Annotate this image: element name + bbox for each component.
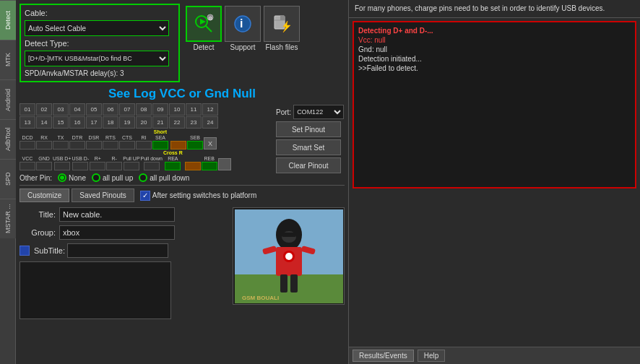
form-area: Title: Group: SubTitle: [20, 207, 225, 319]
sw-ind-dcd[interactable] [20, 141, 35, 150]
pin-15[interactable]: 15 [53, 116, 69, 129]
pin-01[interactable]: 01 [20, 103, 35, 116]
group-input[interactable] [59, 225, 175, 240]
sw-label-reb: REB [204, 156, 215, 161]
info-text: For many phones, charge pins need to be … [349, 0, 640, 18]
pin-16[interactable]: 16 [69, 116, 85, 129]
radio-pullup[interactable]: all pull up [92, 173, 133, 182]
sw-ind-rx[interactable] [36, 141, 52, 150]
cable-controls-block: Cable: Auto Select Cable Detect Type: [D… [20, 4, 180, 82]
sw-label-seb: SEB [190, 135, 200, 140]
detect-type-select[interactable]: [D+/D-]MTK USB&Mstar(Do find BC [25, 51, 169, 66]
x-button-2[interactable] [218, 158, 231, 170]
results-events-tab[interactable]: Results/Events [353, 350, 414, 362]
sw-ind-dsr[interactable] [86, 141, 102, 150]
set-pinout-button[interactable]: Set Pinout [276, 121, 341, 137]
sw-label-pullup: Pull UP [123, 156, 139, 161]
sw-ind-seb[interactable] [187, 141, 203, 150]
pin-02[interactable]: 02 [36, 103, 52, 116]
sw-ind-mid1[interactable] [170, 141, 186, 150]
smart-set-button[interactable]: Smart Set [276, 139, 341, 155]
cable-select[interactable]: Auto Select Cable [25, 20, 169, 36]
support-button[interactable]: i Support [225, 6, 261, 51]
sidebar-tab-mtk[interactable]: MTK [0, 40, 16, 79]
pin-03[interactable]: 03 [53, 103, 69, 116]
pin-19[interactable]: 19 [119, 116, 135, 129]
sw-ind-gnd[interactable] [36, 162, 52, 170]
pin-12[interactable]: 12 [202, 103, 218, 116]
sw-ind-mid2[interactable] [185, 162, 201, 170]
sidebar-tab-mstar[interactable]: MSTAR ... [0, 199, 16, 238]
pin-23[interactable]: 23 [186, 116, 202, 129]
pin-22[interactable]: 22 [169, 116, 185, 129]
sw-label-rea: REA [168, 156, 178, 161]
cable-label: Cable: [25, 9, 48, 17]
support-label: Support [230, 43, 255, 51]
pin-07[interactable]: 07 [119, 103, 135, 116]
x-button-1[interactable]: X [204, 137, 217, 150]
pin-06[interactable]: 06 [103, 103, 118, 116]
help-tab[interactable]: Help [418, 350, 446, 362]
flash-files-button[interactable]: Flash files [264, 6, 300, 51]
left-sidebar: Detect MTK Android AdbTool SPD MSTAR ... [0, 0, 16, 364]
sidebar-tab-detect[interactable]: Detect [0, 0, 16, 40]
sw-ind-rea[interactable] [165, 162, 181, 170]
sw-ind-reb[interactable] [202, 162, 217, 170]
svg-rect-8 [280, 16, 285, 20]
svg-point-16 [285, 253, 293, 260]
pin-17[interactable]: 17 [86, 116, 102, 129]
after-setting-label: After setting switches to platform [152, 191, 257, 199]
after-setting-checkbox[interactable]: ✓ [140, 191, 150, 201]
subtitle-checkbox[interactable] [20, 246, 30, 256]
flash-files-label: Flash files [265, 43, 298, 51]
detect-type-label: Detect Type: [25, 39, 69, 48]
subtitle-input[interactable] [67, 243, 168, 258]
sw-ind-rminus[interactable] [106, 162, 122, 170]
sw-ind-sea[interactable] [152, 141, 168, 150]
radio-pulldown[interactable]: all pull down [139, 173, 189, 182]
sw-ind-rts[interactable] [103, 141, 118, 150]
radio-none[interactable]: None [58, 173, 86, 182]
pin-13[interactable]: 13 [20, 116, 35, 129]
log-line-2: Vcc: null [358, 36, 631, 44]
clear-pinout-button[interactable]: Clear Pinout [276, 157, 341, 173]
customize-tab[interactable]: Customize [20, 188, 69, 202]
port-label: Port: [276, 108, 291, 116]
subtitle-text-area[interactable] [20, 261, 171, 319]
pin-09[interactable]: 09 [152, 103, 168, 116]
pin-11[interactable]: 11 [186, 103, 202, 116]
sw-ind-usbd+[interactable] [54, 162, 70, 170]
sw-label-cts: CTS [122, 135, 132, 140]
pin-grid-section: 01 02 03 04 05 06 07 08 09 10 11 12 13 1… [20, 103, 274, 183]
pin-18[interactable]: 18 [103, 116, 118, 129]
sw-ind-ri[interactable] [136, 141, 152, 150]
sw-ind-dtr[interactable] [69, 141, 85, 150]
sw-ind-pulldown[interactable] [144, 162, 160, 170]
pin-08[interactable]: 08 [136, 103, 152, 116]
radio-pullup-label: all pull up [103, 174, 133, 182]
log-line-1: Detecting D+ and D-... [358, 27, 631, 35]
pin-14[interactable]: 14 [36, 116, 52, 129]
sidebar-tab-adbtool[interactable]: AdbTool [0, 119, 16, 159]
sw-label-tx: TX [58, 135, 64, 140]
pin-20[interactable]: 20 [136, 116, 152, 129]
app-container: Detect MTK Android AdbTool SPD MSTAR ...… [0, 0, 640, 364]
detect-button[interactable]: ⚙ Detect [186, 6, 222, 51]
sw-ind-tx[interactable] [53, 141, 69, 150]
sw-ind-vcc[interactable] [20, 162, 35, 170]
title-input[interactable] [59, 207, 175, 222]
sidebar-tab-spd[interactable]: SPD [0, 159, 16, 199]
port-select[interactable]: COM122 [293, 105, 344, 119]
saved-pinouts-tab[interactable]: Saved Pinouts [72, 188, 134, 202]
sw-ind-usbd-[interactable] [72, 162, 88, 170]
pin-21[interactable]: 21 [152, 116, 168, 129]
sw-ind-pullup[interactable] [124, 162, 139, 170]
pin-10[interactable]: 10 [169, 103, 185, 116]
sw-ind-rplus[interactable] [90, 162, 105, 170]
pin-24[interactable]: 24 [202, 116, 218, 129]
sw-ind-cts[interactable] [119, 141, 135, 150]
sidebar-tab-android[interactable]: Android [0, 79, 16, 119]
pin-05[interactable]: 05 [86, 103, 102, 116]
pin-04[interactable]: 04 [69, 103, 85, 116]
subtitle-label: SubTitle: [32, 246, 65, 255]
